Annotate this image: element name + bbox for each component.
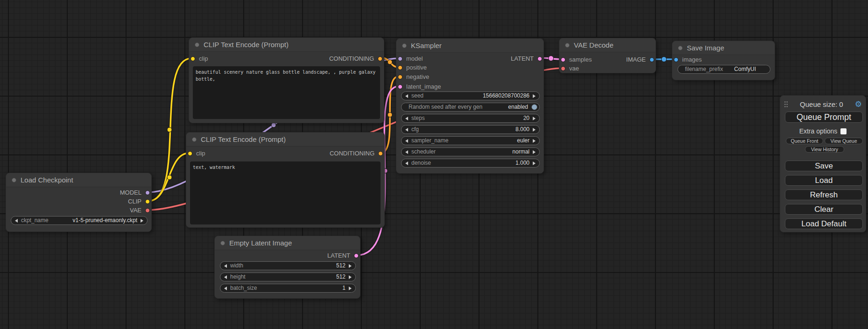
- latent-output-port[interactable]: [354, 253, 359, 258]
- collapse-dot[interactable]: [195, 42, 199, 47]
- increment-arrow-icon[interactable]: [349, 287, 352, 290]
- decrement-arrow-icon[interactable]: [405, 139, 408, 143]
- decrement-arrow-icon[interactable]: [405, 128, 408, 132]
- increment-arrow-icon[interactable]: [533, 117, 536, 120]
- node-ksampler[interactable]: KSampler model positive negative latent_…: [396, 38, 544, 174]
- widget-value: v1-5-pruned-emaonly.ckpt: [72, 216, 137, 225]
- node-vae-decode[interactable]: VAE Decode samples vae IMAGE: [559, 38, 656, 73]
- batch-size-widget[interactable]: batch_size 1: [220, 284, 356, 293]
- node-empty-latent-image[interactable]: Empty Latent Image LATENT width 512 heig…: [214, 236, 360, 299]
- decrement-arrow-icon[interactable]: [405, 150, 408, 154]
- decrement-arrow-icon[interactable]: [224, 287, 227, 290]
- ckpt-name-widget[interactable]: ckpt_name v1-5-pruned-emaonly.ckpt: [11, 216, 148, 225]
- cfg-widget[interactable]: cfg 8.000: [401, 125, 540, 134]
- widget-value: euler: [517, 136, 529, 145]
- queue-prompt-button[interactable]: Queue Prompt: [785, 112, 863, 123]
- output-label: IMAGE: [626, 56, 646, 63]
- random-seed-toggle-widget[interactable]: Random seed after every gen enabled: [401, 103, 540, 112]
- positive-prompt-textarea[interactable]: beautiful scenery nature glass bottle la…: [193, 66, 380, 119]
- collapse-dot[interactable]: [220, 241, 225, 245]
- extra-options-checkbox[interactable]: [840, 128, 847, 134]
- widget-label: Random seed after every gen: [409, 103, 482, 112]
- decrement-arrow-icon[interactable]: [224, 275, 227, 279]
- model-output-port[interactable]: [145, 190, 150, 195]
- settings-gear-icon[interactable]: ⚙: [855, 100, 862, 108]
- widget-label: filename_prefix: [685, 65, 723, 74]
- widget-label: seed: [411, 91, 423, 100]
- latent-output-port[interactable]: [537, 56, 542, 61]
- clip-input-port[interactable]: [191, 56, 195, 61]
- queue-front-button[interactable]: Queue Front: [786, 138, 823, 144]
- save-button[interactable]: Save: [785, 161, 863, 171]
- decrement-arrow-icon[interactable]: [224, 264, 227, 268]
- output-label: CLIP: [128, 198, 141, 205]
- output-label: VAE: [130, 207, 141, 214]
- node-title: Save Image: [687, 44, 724, 52]
- refresh-button[interactable]: Refresh: [785, 189, 863, 200]
- decrement-arrow-icon[interactable]: [15, 219, 18, 223]
- input-label: positive: [406, 64, 427, 71]
- view-history-button[interactable]: View History: [805, 146, 844, 153]
- vae-input-port[interactable]: [561, 66, 565, 71]
- steps-widget[interactable]: steps 20: [401, 114, 540, 123]
- widget-value: 156680208700286: [483, 91, 529, 100]
- negative-input-port[interactable]: [398, 75, 402, 79]
- scheduler-widget[interactable]: scheduler normal: [401, 147, 540, 156]
- increment-arrow-icon[interactable]: [349, 275, 352, 279]
- node-title: Load Checkpoint: [21, 176, 73, 184]
- filename-prefix-widget[interactable]: filename_prefix ComfyUI: [677, 65, 770, 74]
- increment-arrow-icon[interactable]: [141, 219, 143, 223]
- output-label: LATENT: [327, 252, 350, 259]
- increment-arrow-icon[interactable]: [533, 161, 536, 165]
- increment-arrow-icon[interactable]: [349, 264, 352, 268]
- input-label: model: [406, 55, 423, 62]
- increment-arrow-icon[interactable]: [533, 150, 536, 154]
- load-button[interactable]: Load: [785, 175, 863, 186]
- input-label: negative: [406, 73, 429, 80]
- conditioning-output-port[interactable]: [378, 56, 382, 61]
- clip-input-port[interactable]: [188, 151, 192, 156]
- node-save-image[interactable]: Save Image images filename_prefix ComfyU…: [672, 41, 775, 80]
- images-input-port[interactable]: [674, 57, 678, 62]
- model-input-port[interactable]: [398, 56, 402, 61]
- sampler-name-widget[interactable]: sampler_name euler: [401, 136, 540, 145]
- height-widget[interactable]: height 512: [220, 273, 356, 281]
- collapse-dot[interactable]: [12, 178, 16, 182]
- decrement-arrow-icon[interactable]: [405, 94, 408, 98]
- node-clip-text-encode-negative[interactable]: CLIP Text Encode (Prompt) clip CONDITION…: [186, 132, 385, 228]
- collapse-dot[interactable]: [402, 43, 407, 48]
- increment-arrow-icon[interactable]: [533, 128, 536, 132]
- vae-output-port[interactable]: [145, 208, 150, 213]
- clear-button[interactable]: Clear: [785, 204, 863, 215]
- load-default-button[interactable]: Load Default: [785, 218, 863, 229]
- node-title: Empty Latent Image: [229, 239, 292, 247]
- collapse-dot[interactable]: [192, 137, 197, 142]
- image-output-port[interactable]: [649, 57, 654, 62]
- decrement-arrow-icon[interactable]: [405, 117, 408, 120]
- clip-output-port[interactable]: [145, 199, 150, 204]
- decrement-arrow-icon[interactable]: [405, 161, 408, 165]
- width-widget[interactable]: width 512: [220, 261, 356, 270]
- denoise-widget[interactable]: denoise 1.000: [401, 159, 540, 168]
- widget-value: 512: [336, 261, 346, 270]
- increment-arrow-icon[interactable]: [533, 139, 536, 143]
- positive-input-port[interactable]: [398, 65, 402, 70]
- toggle-on-icon[interactable]: [531, 104, 537, 110]
- samples-input-port[interactable]: [561, 57, 565, 62]
- collapse-dot[interactable]: [565, 43, 570, 48]
- drag-handle-icon[interactable]: [784, 101, 788, 107]
- negative-prompt-textarea[interactable]: text, watermark: [190, 161, 381, 224]
- view-queue-button[interactable]: View Queue: [825, 138, 863, 144]
- widget-label: ckpt_name: [21, 216, 49, 225]
- link-clip-positive-dot: [167, 127, 172, 132]
- conditioning-output-port[interactable]: [378, 151, 383, 156]
- node-load-checkpoint[interactable]: Load Checkpoint MODEL CLIP VAE ckpt_name…: [6, 173, 152, 232]
- latent-image-input-port[interactable]: [398, 84, 402, 89]
- node-title: CLIP Text Encode (Prompt): [204, 41, 289, 49]
- increment-arrow-icon[interactable]: [533, 94, 536, 98]
- collapse-dot[interactable]: [678, 46, 683, 50]
- seed-widget[interactable]: seed 156680208700286: [401, 91, 540, 100]
- node-clip-text-encode-positive[interactable]: CLIP Text Encode (Prompt) clip CONDITION…: [189, 37, 384, 123]
- input-label: images: [682, 56, 702, 63]
- link-conditioning-positive-dot: [388, 60, 392, 64]
